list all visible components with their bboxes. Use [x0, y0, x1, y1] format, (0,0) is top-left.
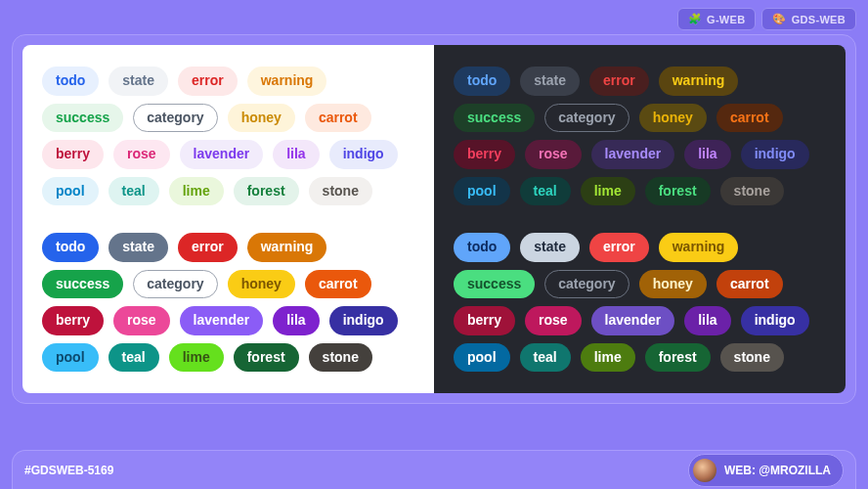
- tag-warning[interactable]: warning: [659, 233, 739, 262]
- g-web-link[interactable]: 🧩G-WEB: [677, 8, 757, 30]
- tag-indigo[interactable]: indigo: [329, 140, 398, 169]
- tag-forest[interactable]: forest: [645, 343, 711, 373]
- tag-carrot[interactable]: carrot: [305, 104, 371, 133]
- tag-success[interactable]: success: [454, 270, 535, 299]
- tag-lime[interactable]: lime: [169, 343, 224, 373]
- tag-success[interactable]: success: [454, 104, 535, 133]
- author-chip[interactable]: WEB: @MROZILLA: [688, 454, 844, 487]
- tag-teal[interactable]: teal: [108, 177, 159, 206]
- tag-warning[interactable]: warning: [247, 233, 327, 262]
- tag-carrot[interactable]: carrot: [716, 104, 783, 133]
- tag-berry[interactable]: berry: [454, 140, 515, 169]
- tag-berry[interactable]: berry: [454, 306, 515, 335]
- tag-berry[interactable]: berry: [42, 306, 104, 335]
- g-web-link-icon: 🧩: [688, 13, 702, 25]
- tag-stone[interactable]: stone: [720, 343, 784, 373]
- tag-todo[interactable]: todo: [42, 67, 99, 96]
- tag-state[interactable]: state: [520, 67, 580, 96]
- tag-indigo[interactable]: indigo: [741, 306, 809, 335]
- tag-todo[interactable]: todo: [42, 233, 99, 262]
- dark-soft-group: todostateerrorwarningsuccesscategoryhone…: [454, 67, 826, 205]
- tag-honey[interactable]: honey: [228, 104, 295, 133]
- tag-lila[interactable]: lila: [684, 140, 730, 169]
- tag-rose[interactable]: rose: [113, 306, 170, 335]
- tag-error[interactable]: error: [178, 233, 238, 262]
- tag-lime[interactable]: lime: [581, 343, 635, 373]
- tag-lime[interactable]: lime: [581, 177, 635, 206]
- tag-error[interactable]: error: [589, 233, 649, 262]
- dark-panel: todostateerrorwarningsuccesscategoryhone…: [434, 45, 846, 393]
- tag-carrot[interactable]: carrot: [716, 270, 783, 299]
- tag-pool[interactable]: pool: [42, 343, 99, 373]
- tag-lila[interactable]: lila: [684, 306, 730, 335]
- tag-state[interactable]: state: [108, 67, 168, 96]
- tag-error[interactable]: error: [589, 67, 649, 96]
- stage: todostateerrorwarningsuccesscategoryhone…: [22, 45, 846, 393]
- tag-berry[interactable]: berry: [42, 140, 104, 169]
- tag-category[interactable]: category: [544, 270, 629, 299]
- tag-forest[interactable]: forest: [645, 177, 711, 206]
- tag-teal[interactable]: teal: [108, 343, 159, 373]
- tag-stone[interactable]: stone: [720, 177, 784, 206]
- tag-honey[interactable]: honey: [228, 270, 295, 299]
- tag-error[interactable]: error: [178, 67, 238, 96]
- tag-pool[interactable]: pool: [42, 177, 99, 206]
- g-web-link-label: G-WEB: [707, 14, 745, 25]
- tag-lavender[interactable]: lavender: [591, 140, 675, 169]
- tag-rose[interactable]: rose: [525, 306, 582, 335]
- tag-pool[interactable]: pool: [454, 177, 510, 206]
- tag-honey[interactable]: honey: [639, 270, 707, 299]
- tag-todo[interactable]: todo: [454, 67, 510, 96]
- tag-success[interactable]: success: [42, 104, 123, 133]
- tag-indigo[interactable]: indigo: [329, 306, 398, 335]
- tag-lavender[interactable]: lavender: [591, 306, 675, 335]
- light-solid-group: todostateerrorwarningsuccesscategoryhone…: [42, 233, 414, 372]
- tag-forest[interactable]: forest: [234, 343, 299, 373]
- gds-web-link[interactable]: 🎨GDS-WEB: [761, 8, 856, 30]
- tag-rose[interactable]: rose: [525, 140, 582, 169]
- header: 🧩G-WEB🎨GDS-WEB: [0, 0, 868, 34]
- avatar-icon: [693, 459, 716, 482]
- tag-stone[interactable]: stone: [309, 343, 372, 373]
- author-label: WEB: @MROZILLA: [724, 464, 831, 477]
- tag-category[interactable]: category: [133, 104, 217, 133]
- tag-indigo[interactable]: indigo: [741, 140, 809, 169]
- ticket-id: #GDSWEB-5169: [24, 464, 113, 477]
- tag-state[interactable]: state: [520, 233, 580, 262]
- footer: #GDSWEB-5169 WEB: @MROZILLA: [12, 450, 856, 489]
- tag-category[interactable]: category: [133, 270, 217, 299]
- tag-lavender[interactable]: lavender: [180, 306, 264, 335]
- tag-teal[interactable]: teal: [520, 177, 571, 206]
- tag-forest[interactable]: forest: [234, 177, 299, 206]
- main-panel: todostateerrorwarningsuccesscategoryhone…: [12, 34, 856, 404]
- tag-warning[interactable]: warning: [247, 67, 327, 96]
- gds-web-link-label: GDS-WEB: [792, 14, 846, 25]
- tag-carrot[interactable]: carrot: [305, 270, 371, 299]
- tag-pool[interactable]: pool: [454, 343, 510, 373]
- tag-honey[interactable]: honey: [639, 104, 707, 133]
- tag-state[interactable]: state: [108, 233, 168, 262]
- tag-lime[interactable]: lime: [169, 177, 224, 206]
- gds-web-link-icon: 🎨: [772, 13, 786, 25]
- tag-warning[interactable]: warning: [659, 67, 739, 96]
- tag-stone[interactable]: stone: [309, 177, 372, 206]
- dark-solid-group: todostateerrorwarningsuccesscategoryhone…: [454, 233, 826, 372]
- tag-lila[interactable]: lila: [273, 306, 319, 335]
- tag-category[interactable]: category: [544, 104, 629, 133]
- tag-success[interactable]: success: [42, 270, 123, 299]
- light-panel: todostateerrorwarningsuccesscategoryhone…: [22, 45, 434, 393]
- tag-lila[interactable]: lila: [273, 140, 319, 169]
- tag-teal[interactable]: teal: [520, 343, 571, 373]
- tag-lavender[interactable]: lavender: [180, 140, 264, 169]
- light-soft-group: todostateerrorwarningsuccesscategoryhone…: [42, 67, 414, 205]
- tag-rose[interactable]: rose: [113, 140, 170, 169]
- tag-todo[interactable]: todo: [454, 233, 510, 262]
